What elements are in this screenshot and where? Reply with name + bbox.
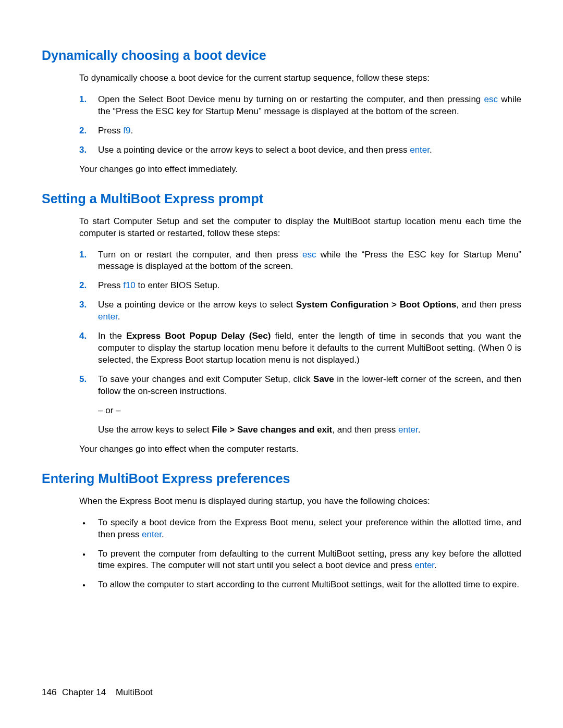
step-text: to enter BIOS Setup.: [136, 280, 220, 290]
step-text: .: [118, 312, 120, 322]
step-number: 2.: [79, 125, 87, 137]
bullet-text: To allow the computer to start according…: [98, 579, 519, 589]
step-1: 1. Open the Select Boot Device menu by t…: [79, 94, 521, 118]
intro-text: When the Express Boot menu is displayed …: [79, 496, 521, 508]
chapter-title: MultiBoot: [116, 687, 153, 697]
step-text: , and then press: [456, 300, 521, 310]
step-5: 5. To save your changes and exit Compute…: [79, 374, 521, 436]
step-text: Use the arrow keys to select: [98, 425, 212, 435]
bullet-3: To allow the computer to start according…: [79, 579, 521, 591]
step-text: Open the Select Boot Device menu by turn…: [98, 94, 484, 104]
step-number: 2.: [79, 280, 87, 292]
key-enter: enter: [142, 529, 162, 539]
step-text: .: [430, 145, 432, 155]
step-number: 5.: [79, 374, 87, 386]
bullet-2: To prevent the computer from defaulting …: [79, 548, 521, 572]
bullet-list: To specify a boot device from the Expres…: [79, 517, 521, 591]
section-dynamic-boot: Dynamically choosing a boot device To dy…: [42, 48, 521, 176]
section-multiboot-preferences: Entering MultiBoot Express preferences W…: [42, 471, 521, 591]
or-divider: – or –: [98, 405, 521, 417]
bullet-1: To specify a boot device from the Expres…: [79, 517, 521, 541]
key-enter: enter: [410, 145, 430, 155]
page-number: 146: [42, 687, 56, 697]
key-enter: enter: [414, 560, 434, 570]
step-number: 3.: [79, 144, 87, 156]
intro-text: To start Computer Setup and set the comp…: [79, 216, 521, 240]
step-text: In the: [98, 331, 126, 341]
step-3: 3. Use a pointing device or the arrow ke…: [79, 299, 521, 323]
key-enter: enter: [98, 312, 118, 322]
step-number: 1.: [79, 94, 87, 106]
closing-text: Your changes go into effect when the com…: [79, 443, 521, 455]
page-footer: 146 Chapter 14 MultiBoot: [42, 687, 153, 698]
steps-list: 1. Open the Select Boot Device menu by t…: [79, 94, 521, 156]
step-text: .: [130, 126, 133, 135]
step-4: 4. In the Express Boot Popup Delay (Sec)…: [79, 330, 521, 366]
bullet-text: To prevent the computer from defaulting …: [98, 549, 521, 571]
key-esc: esc: [302, 250, 316, 260]
step-number: 4.: [79, 330, 87, 342]
step-3: 3. Use a pointing device or the arrow ke…: [79, 144, 521, 156]
steps-list: 1. Turn on or restart the computer, and …: [79, 249, 521, 436]
heading-multiboot-prompt: Setting a MultiBoot Express prompt: [42, 191, 521, 206]
step-text: Use a pointing device or the arrow keys …: [98, 145, 410, 155]
heading-dynamic-boot: Dynamically choosing a boot device: [42, 48, 521, 63]
section-multiboot-prompt: Setting a MultiBoot Express prompt To st…: [42, 191, 521, 455]
key-esc: esc: [484, 94, 498, 104]
chapter-label: Chapter 14: [62, 687, 106, 697]
step-2: 2. Press f10 to enter BIOS Setup.: [79, 280, 521, 292]
step-text: Use a pointing device or the arrow keys …: [98, 300, 296, 310]
bullet-text: .: [434, 560, 437, 570]
key-f9: f9: [123, 126, 130, 135]
step-text: Press: [98, 280, 123, 290]
heading-multiboot-preferences: Entering MultiBoot Express preferences: [42, 471, 521, 486]
step-number: 3.: [79, 299, 87, 311]
bold-text: File > Save changes and exit: [212, 425, 332, 435]
bullet-text: .: [162, 529, 164, 539]
key-f10: f10: [123, 280, 136, 290]
step-text: Turn on or restart the computer, and the…: [98, 250, 302, 260]
closing-text: Your changes go into effect immediately.: [79, 164, 521, 176]
step-text: .: [418, 425, 421, 435]
step-2: 2. Press f9.: [79, 125, 521, 137]
intro-text: To dynamically choose a boot device for …: [79, 72, 521, 84]
bold-text: Express Boot Popup Delay (Sec): [126, 331, 271, 341]
step-1: 1. Turn on or restart the computer, and …: [79, 249, 521, 273]
key-enter: enter: [398, 425, 418, 435]
page: Dynamically choosing a boot device To dy…: [0, 0, 563, 728]
step-text: Press: [98, 126, 123, 135]
bold-text: Save: [313, 374, 334, 384]
step-text: To save your changes and exit Computer S…: [98, 374, 313, 384]
step-number: 1.: [79, 249, 87, 261]
step-text: , and then press: [332, 425, 398, 435]
bold-text: System Configuration > Boot Options: [296, 300, 456, 310]
